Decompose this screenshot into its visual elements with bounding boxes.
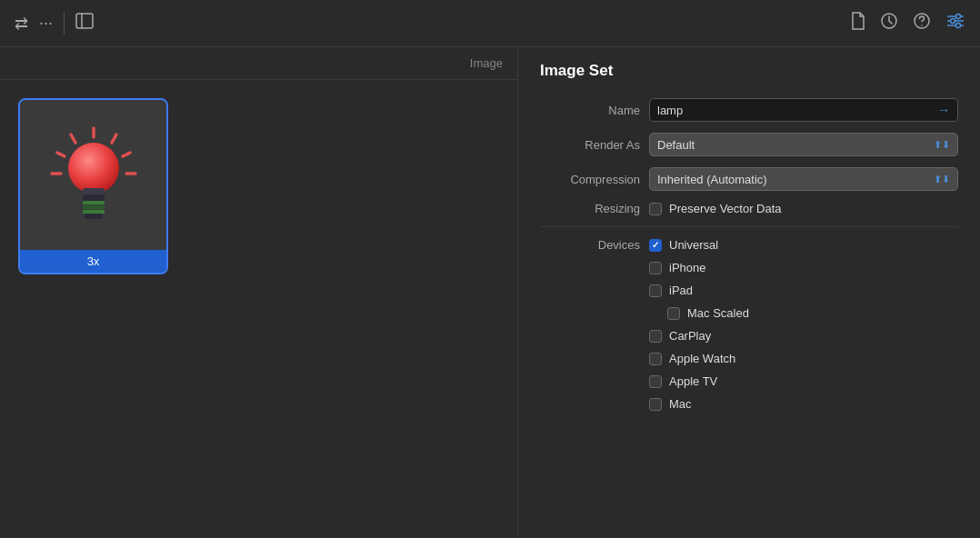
svg-rect-21 xyxy=(83,201,105,204)
form-divider xyxy=(540,226,958,227)
device-checkbox-apple-tv[interactable] xyxy=(649,375,662,388)
svg-rect-23 xyxy=(83,210,105,214)
image-scale-label: 3x xyxy=(20,250,166,273)
image-label: Image xyxy=(470,56,503,70)
svg-rect-24 xyxy=(85,214,103,219)
swap-icon[interactable]: ⇄ xyxy=(15,14,28,34)
resizing-row: Resizing Preserve Vector Data xyxy=(540,202,958,215)
compression-arrow-icon: ⬆⬇ xyxy=(934,174,950,185)
device-row-universal: DevicesUniversal xyxy=(540,238,958,252)
device-label-carplay: CarPlay xyxy=(669,329,711,343)
sidebar-icon[interactable] xyxy=(75,13,94,34)
toolbar-left: ⇄ ··· xyxy=(15,13,94,35)
render-as-select[interactable]: Default ⬆⬇ xyxy=(649,133,958,156)
toolbar: ⇄ ··· xyxy=(0,0,980,47)
device-label-apple-tv: Apple TV xyxy=(669,374,717,388)
svg-line-15 xyxy=(57,153,65,156)
name-input-container[interactable]: → xyxy=(649,98,958,122)
device-checkbox-ipad[interactable] xyxy=(649,284,662,297)
name-label: Name xyxy=(540,104,640,117)
device-label-iphone: iPhone xyxy=(669,261,705,274)
name-input[interactable] xyxy=(657,104,934,117)
question-icon[interactable] xyxy=(913,12,931,35)
svg-point-10 xyxy=(956,24,961,28)
svg-point-8 xyxy=(956,15,961,19)
device-row-carplay: CarPlay xyxy=(649,329,958,343)
image-card[interactable]: 3x xyxy=(18,98,168,274)
left-panel-header: Image xyxy=(0,47,517,80)
main-content: Image xyxy=(0,47,980,538)
preserve-vector-checkbox[interactable] xyxy=(649,203,662,215)
svg-line-13 xyxy=(123,153,130,156)
svg-rect-19 xyxy=(83,188,105,195)
resizing-label: Resizing xyxy=(540,202,640,215)
svg-line-14 xyxy=(71,134,75,143)
device-checkbox-mac-scaled[interactable] xyxy=(667,307,680,320)
compression-select[interactable]: Inherited (Automatic) ⬆⬇ xyxy=(649,167,958,191)
device-checkbox-carplay[interactable] xyxy=(649,330,662,343)
right-panel: Image Set Name → Render As Default ⬆⬇ Co… xyxy=(518,47,980,538)
compression-label: Compression xyxy=(540,173,640,186)
svg-rect-22 xyxy=(83,205,105,209)
device-row-iphone: iPhone xyxy=(649,261,958,274)
device-checkbox-apple-watch[interactable] xyxy=(649,353,662,365)
compression-row: Compression Inherited (Automatic) ⬆⬇ xyxy=(540,167,958,191)
svg-rect-20 xyxy=(83,194,105,201)
sliders-icon[interactable] xyxy=(945,13,965,34)
image-area: 3x xyxy=(0,80,517,538)
name-arrow-icon: → xyxy=(937,103,950,117)
svg-rect-0 xyxy=(76,14,93,28)
device-row-apple-watch: Apple Watch xyxy=(649,352,958,365)
svg-point-9 xyxy=(951,19,955,24)
preserve-vector-label: Preserve Vector Data xyxy=(669,202,782,215)
svg-point-18 xyxy=(68,143,119,194)
render-as-arrow-icon: ⬆⬇ xyxy=(934,139,950,151)
left-panel: Image xyxy=(0,47,518,538)
device-row-ipad: iPad xyxy=(649,284,958,297)
compression-value: Inherited (Automatic) xyxy=(657,173,767,186)
device-checkbox-universal[interactable] xyxy=(649,239,662,252)
image-card-content xyxy=(20,100,166,250)
device-row-mac-scaled: Mac Scaled xyxy=(667,306,958,320)
render-as-label: Render As xyxy=(540,138,640,152)
device-row-mac: Mac xyxy=(649,397,958,411)
device-row-apple-tv: Apple TV xyxy=(649,374,958,388)
device-label-universal: Universal xyxy=(669,238,718,252)
toolbar-right xyxy=(851,12,965,35)
device-label-mac: Mac xyxy=(669,397,692,411)
svg-line-12 xyxy=(112,134,116,143)
device-label-mac-scaled: Mac Scaled xyxy=(687,306,749,320)
toolbar-divider xyxy=(64,13,65,35)
document-icon[interactable] xyxy=(851,12,865,35)
devices-section-label: Devices xyxy=(540,238,640,252)
render-as-value: Default xyxy=(657,138,695,152)
history-icon[interactable] xyxy=(880,12,898,35)
device-label-apple-watch: Apple Watch xyxy=(669,352,735,365)
device-label-ipad: iPad xyxy=(669,284,693,297)
device-checkbox-iphone[interactable] xyxy=(649,262,662,274)
svg-point-4 xyxy=(921,25,923,26)
panel-title: Image Set xyxy=(540,62,958,80)
name-row: Name → xyxy=(540,98,958,122)
devices-container: DevicesUniversaliPhoneiPadMac ScaledCarP… xyxy=(540,238,958,411)
render-as-row: Render As Default ⬆⬇ xyxy=(540,133,958,156)
device-checkbox-mac[interactable] xyxy=(649,398,662,411)
ellipsis-icon[interactable]: ··· xyxy=(39,14,53,33)
